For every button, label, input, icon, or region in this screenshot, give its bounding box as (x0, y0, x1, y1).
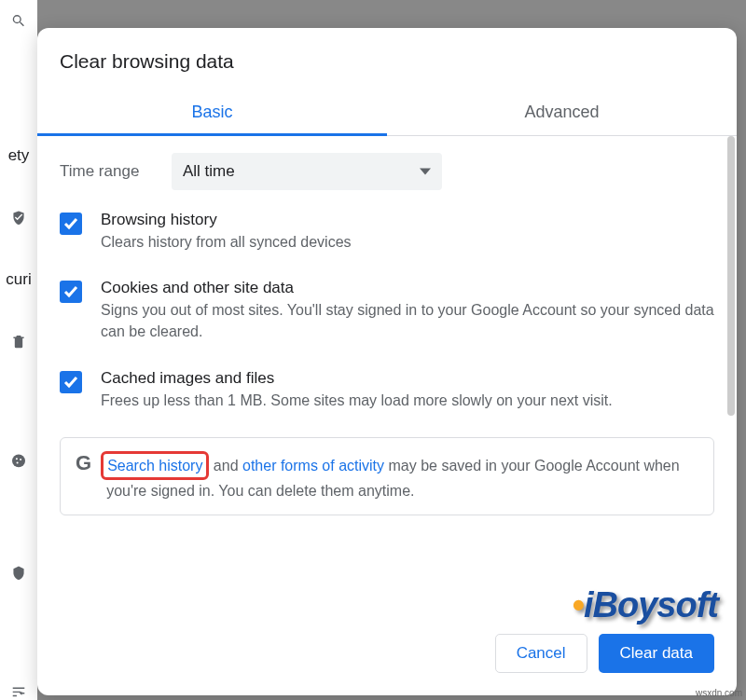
browsing-history-desc: Clears history from all synced devices (101, 231, 352, 253)
scrollbar[interactable] (727, 136, 735, 416)
cache-row: Cached images and files Frees up less th… (60, 369, 714, 411)
svg-point-3 (17, 461, 19, 463)
security-icon (8, 565, 29, 581)
search-history-highlight: Search history (101, 451, 209, 480)
cookies-checkbox[interactable] (60, 281, 82, 303)
cookies-desc: Signs you out of most sites. You'll stay… (101, 299, 714, 342)
cookies-row: Cookies and other site data Signs you ou… (60, 279, 714, 342)
dialog-content: Time range All time Browsing history Cle… (37, 136, 737, 617)
tab-basic[interactable]: Basic (37, 89, 387, 135)
cancel-button[interactable]: Cancel (495, 634, 587, 673)
tune-icon (8, 684, 29, 700)
svg-point-2 (20, 459, 21, 460)
cache-title: Cached images and files (101, 369, 613, 388)
browsing-history-row: Browsing history Clears history from all… (60, 211, 714, 253)
source-mark: wsxdn.com (696, 688, 742, 698)
dialog-footer: Cancel Clear data (37, 617, 737, 695)
svg-point-1 (16, 458, 18, 460)
cookie-icon (8, 453, 29, 469)
dialog-title: Clear browsing data (37, 28, 737, 89)
svg-point-0 (12, 454, 25, 467)
check-icon (63, 375, 78, 390)
check-icon (63, 284, 78, 299)
clear-data-button[interactable]: Clear data (599, 634, 714, 673)
cookies-title: Cookies and other site data (101, 279, 714, 297)
trash-icon (8, 334, 29, 350)
google-icon: G (76, 451, 91, 475)
search-history-link[interactable]: Search history (107, 458, 202, 474)
browsing-history-title: Browsing history (101, 211, 352, 229)
tab-bar: Basic Advanced (37, 89, 737, 136)
cache-desc: Frees up less than 1 MB. Some sites may … (101, 390, 613, 411)
time-range-select[interactable]: All time (172, 153, 442, 190)
info-text: Search history and other forms of activi… (106, 451, 698, 501)
shield-icon (8, 210, 29, 226)
browsing-history-checkbox[interactable] (60, 213, 82, 235)
settings-background: ety curi (0, 0, 37, 700)
clear-browsing-data-dialog: Clear browsing data Basic Advanced Time … (37, 28, 737, 695)
other-activity-link[interactable]: other forms of activity (242, 458, 384, 474)
google-account-info: G Search history and other forms of acti… (60, 437, 714, 515)
tab-advanced[interactable]: Advanced (387, 89, 737, 135)
search-icon (8, 13, 29, 29)
time-range-label: Time range (60, 162, 172, 181)
check-icon (63, 216, 78, 231)
time-range-value: All time (183, 162, 235, 181)
chevron-down-icon (420, 166, 431, 177)
time-range-row: Time range All time (60, 153, 714, 190)
cache-checkbox[interactable] (60, 371, 82, 393)
